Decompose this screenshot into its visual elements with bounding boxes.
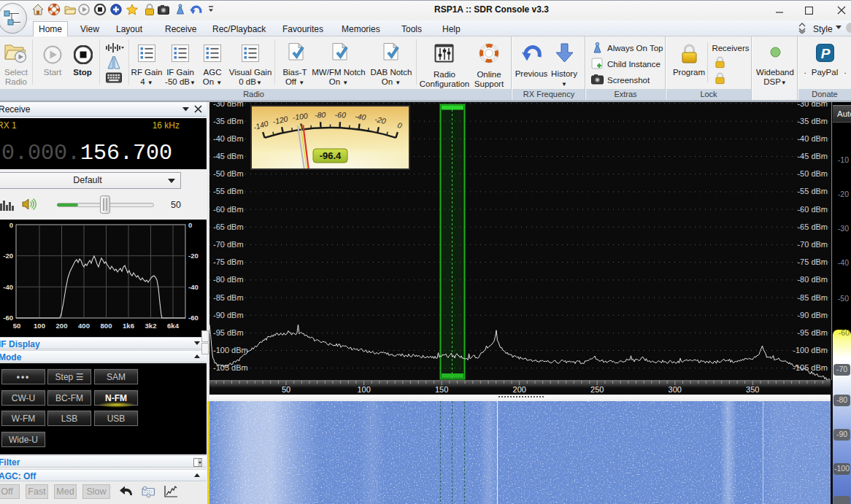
svg-text:-30 dBm: -30 dBm: [797, 102, 828, 108]
svg-text:50: 50: [13, 322, 21, 330]
svg-text:800: 800: [101, 322, 112, 330]
svg-text:250: 250: [590, 385, 604, 394]
svg-text:-95 dBm: -95 dBm: [213, 328, 244, 337]
svg-text:-20: -20: [3, 252, 13, 260]
svg-text:-40: -40: [3, 283, 13, 291]
svg-text:-40 dBm: -40 dBm: [797, 134, 828, 143]
svg-text:-60 dBm: -60 dBm: [797, 205, 828, 214]
svg-text:-40: -40: [355, 112, 367, 122]
svg-text:200: 200: [513, 385, 526, 394]
svg-text:0: 0: [9, 221, 13, 229]
svg-text:-30 dBm: -30 dBm: [213, 102, 244, 108]
svg-text:-60: -60: [335, 110, 347, 120]
svg-text:-65 dBm: -65 dBm: [213, 222, 244, 231]
svg-text:-60: -60: [188, 314, 199, 322]
svg-text:-105 dBm: -105 dBm: [793, 363, 828, 372]
svg-text:-45 dBm: -45 dBm: [797, 152, 828, 160]
svg-text:400: 400: [78, 322, 90, 330]
svg-text:P: P: [821, 46, 831, 61]
svg-text:-40 dBm: -40 dBm: [213, 134, 244, 143]
svg-text:-40: -40: [188, 283, 199, 291]
svg-text:-70 dBm: -70 dBm: [797, 240, 828, 249]
svg-text:-35 dBm: -35 dBm: [797, 117, 828, 125]
svg-text:6k4: 6k4: [167, 322, 180, 330]
svg-text:-50 dBm: -50 dBm: [797, 169, 828, 178]
svg-text:-60 dBm: -60 dBm: [213, 205, 244, 214]
svg-text:-45 dBm: -45 dBm: [213, 152, 244, 160]
svg-text:-50 dBm: -50 dBm: [213, 169, 244, 178]
svg-text:200: 200: [56, 322, 68, 330]
svg-text:-90 dBm: -90 dBm: [213, 311, 244, 319]
svg-text:-95 dBm: -95 dBm: [797, 328, 828, 337]
svg-text:150: 150: [435, 385, 448, 394]
svg-text:100: 100: [357, 385, 370, 394]
svg-text:-100 dBm: -100 dBm: [793, 346, 828, 354]
svg-text:-75 dBm: -75 dBm: [213, 257, 244, 266]
svg-text:-90 dBm: -90 dBm: [797, 311, 828, 319]
svg-text:100: 100: [34, 322, 45, 330]
svg-text:-55 dBm: -55 dBm: [213, 187, 244, 195]
svg-text:3k2: 3k2: [145, 322, 157, 330]
svg-text:-85 dBm: -85 dBm: [797, 293, 828, 302]
svg-text:-100 dBm: -100 dBm: [213, 346, 248, 354]
svg-text:300: 300: [669, 385, 682, 394]
svg-text:-35 dBm: -35 dBm: [213, 117, 244, 125]
svg-text:-80 dBm: -80 dBm: [797, 275, 828, 284]
svg-text:-65 dBm: -65 dBm: [797, 222, 828, 231]
svg-text:0: 0: [188, 221, 192, 229]
svg-text:-80: -80: [315, 110, 326, 120]
svg-text:-20: -20: [188, 252, 199, 260]
svg-text:350: 350: [746, 385, 759, 394]
svg-text:-75 dBm: -75 dBm: [797, 257, 828, 266]
svg-text:-85 dBm: -85 dBm: [213, 293, 244, 302]
svg-text:-96.4: -96.4: [320, 150, 342, 161]
svg-text:1k6: 1k6: [123, 322, 134, 330]
svg-text:-55 dBm: -55 dBm: [797, 187, 828, 195]
svg-text:-70 dBm: -70 dBm: [213, 240, 244, 249]
svg-text:-105 dBm: -105 dBm: [213, 363, 248, 372]
svg-text:-60: -60: [3, 314, 13, 322]
svg-text:-80 dBm: -80 dBm: [213, 275, 244, 284]
svg-text:50: 50: [282, 385, 290, 394]
